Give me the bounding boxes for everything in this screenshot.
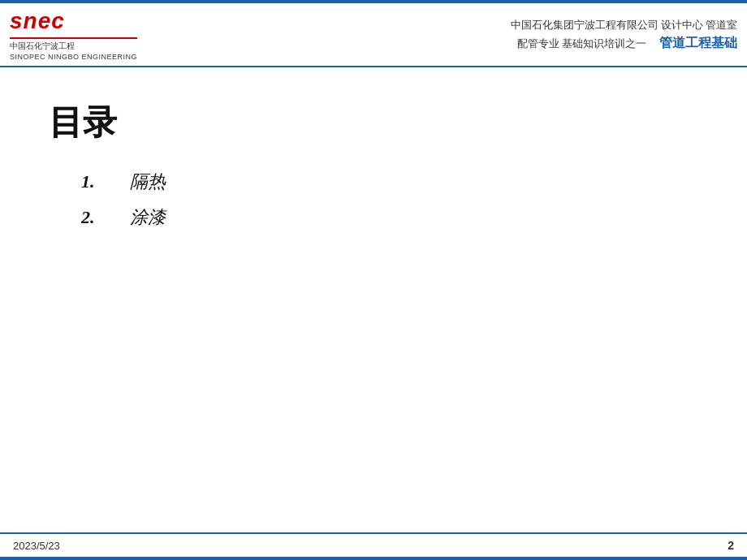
toc-text-2: 涂漆 (130, 205, 166, 230)
header-subtitle-normal: 配管专业 基础知识培训之一 (517, 37, 646, 50)
page-title: 目录 (49, 100, 698, 145)
toc-item-2: 2. 涂漆 (81, 205, 698, 230)
toc-number-2: 2. (81, 207, 130, 228)
slide: snec 中国石化宁波工程 SINOPEC NINGBO ENGINEERING… (0, 0, 747, 560)
logo-subtitle: SINOPEC NINGBO ENGINEERING (10, 53, 137, 61)
footer-date: 2023/5/23 (13, 540, 60, 552)
header: snec 中国石化宁波工程 SINOPEC NINGBO ENGINEERING… (0, 3, 747, 67)
logo-cn-text: 中国石化宁波工程 (10, 41, 137, 52)
toc-item-1: 1. 隔热 (81, 170, 698, 194)
footer-page: 2 (728, 539, 734, 552)
footer: 2023/5/23 2 (0, 532, 747, 557)
header-line2: 配管专业 基础知识培训之一 管道工程基础 (517, 35, 738, 52)
main-content: 目录 1. 隔热 2. 涂漆 (0, 67, 747, 532)
toc-text-1: 隔热 (130, 170, 166, 194)
logo-snec: snec (10, 8, 137, 34)
logo-area: snec 中国石化宁波工程 SINOPEC NINGBO ENGINEERING (10, 8, 150, 61)
header-subtitle-highlight: 管道工程基础 (659, 36, 737, 50)
bottom-blue-line (0, 557, 747, 560)
toc-list: 1. 隔热 2. 涂漆 (81, 170, 698, 241)
logo-text: snec (10, 8, 65, 34)
header-line1: 中国石化集团宁波工程有限公司 设计中心 管道室 (511, 18, 738, 32)
logo-red-line (10, 37, 137, 39)
toc-number-1: 1. (81, 171, 130, 192)
header-title-area: 中国石化集团宁波工程有限公司 设计中心 管道室 配管专业 基础知识培训之一 管道… (150, 8, 737, 61)
